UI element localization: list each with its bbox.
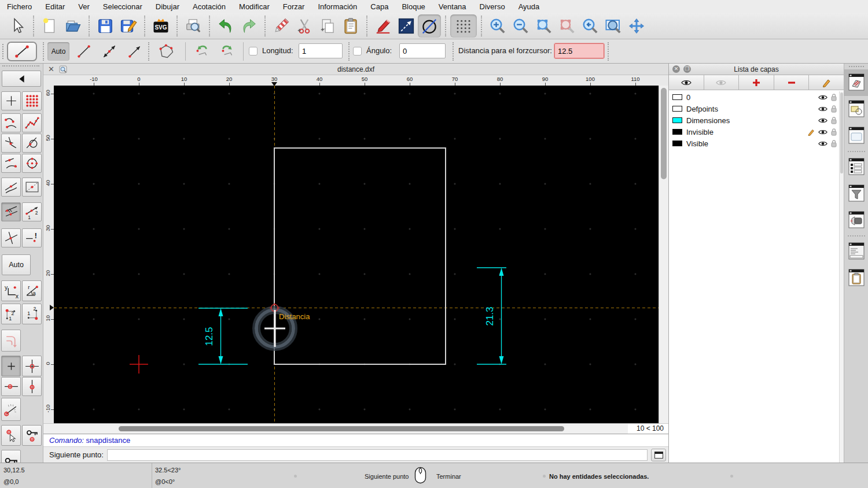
show-all-layers-button[interactable] <box>669 75 704 90</box>
layer-row-visible[interactable]: Visible <box>669 138 839 149</box>
zoom-pan-button[interactable] <box>625 14 648 38</box>
layer-visible-icon[interactable] <box>818 117 827 124</box>
grid-toggle[interactable] <box>450 14 477 38</box>
menu-dibujar[interactable]: Dibujar <box>156 2 179 11</box>
detach-command-line-button[interactable] <box>651 449 666 461</box>
snap-distance-manual-button[interactable] <box>1 202 21 221</box>
restrict-horizontal-button[interactable] <box>1 377 21 396</box>
zoom-out-button[interactable] <box>509 14 532 38</box>
restrict-xy-button[interactable] <box>22 356 42 376</box>
widget-layer-list-button[interactable] <box>844 69 868 96</box>
vertical-scrollbar[interactable] <box>659 86 668 423</box>
line-both-directions-button[interactable] <box>98 42 120 61</box>
widget-clipboard-button[interactable] <box>844 265 868 291</box>
menu-modificar[interactable]: Modificar <box>239 2 270 11</box>
widget-block-list-button[interactable] <box>844 96 868 123</box>
menu-forzar[interactable]: Forzar <box>283 2 305 11</box>
layer-visible-icon[interactable] <box>818 141 827 147</box>
layer-row-invisible[interactable]: Invisible <box>669 126 839 138</box>
widget-command-line-button[interactable] <box>844 238 868 265</box>
menu-fichero[interactable]: Fichero <box>7 2 32 11</box>
snap-free-button[interactable] <box>1 91 21 110</box>
menu-ventana[interactable]: Ventana <box>439 2 466 11</box>
restrict-vertical-button[interactable] <box>22 377 42 396</box>
svg-export-button[interactable]: SVG <box>149 14 172 38</box>
line-2points-button[interactable] <box>73 42 95 61</box>
menu-informacion[interactable]: Información <box>318 2 357 11</box>
draft-preview-button[interactable] <box>395 14 418 38</box>
detach-panel-button[interactable]: ❐ <box>683 65 691 73</box>
delete-tool-button[interactable] <box>270 14 293 38</box>
widget-property-editor-button[interactable] <box>844 154 868 180</box>
close-panel-button[interactable]: ✕ <box>672 65 680 73</box>
zoom-in-button[interactable] <box>486 14 509 38</box>
snap-distance-input[interactable] <box>554 43 604 58</box>
paste-button[interactable] <box>339 14 362 38</box>
zoom-selection-button[interactable] <box>556 14 579 38</box>
draw-pen-button[interactable] <box>372 14 395 38</box>
command-input[interactable] <box>107 449 648 461</box>
layer-visible-icon[interactable] <box>818 106 827 112</box>
menu-seleccionar[interactable]: Seleccionar <box>103 2 142 11</box>
menu-ver[interactable]: Ver <box>78 2 90 11</box>
layer-row-dimensiones[interactable]: Dimensiones <box>669 114 839 126</box>
copy-button[interactable] <box>316 14 339 38</box>
restrict-nothing-button[interactable] <box>1 356 21 376</box>
layer-lock-icon[interactable] <box>831 128 837 136</box>
menu-capa[interactable]: Capa <box>370 2 388 11</box>
snap-intersection-manual-button[interactable]: ! <box>22 228 42 247</box>
corner-snap-2-button[interactable]: 12 <box>22 304 42 324</box>
coordinate-polar-button[interactable]: ra <box>22 280 42 301</box>
undo-button[interactable] <box>214 14 237 38</box>
print-preview-button[interactable] <box>182 14 205 38</box>
layer-lock-icon[interactable] <box>831 94 837 101</box>
layer-row-0[interactable]: 0 <box>669 91 839 103</box>
menu-bloque[interactable]: Bloque <box>402 2 425 11</box>
menu-editar[interactable]: Editar <box>45 2 65 11</box>
horizontal-scrollbar-thumb[interactable] <box>119 426 564 431</box>
pointer-tool-button[interactable] <box>6 14 29 38</box>
polyline-button[interactable] <box>154 42 179 61</box>
layer-lock-icon[interactable] <box>831 140 837 147</box>
panel-scrollbar[interactable] <box>839 91 844 463</box>
snap-bounding-box-button[interactable] <box>22 178 42 197</box>
redo-segment-button[interactable] <box>216 42 238 61</box>
widget-library-browser-button[interactable] <box>844 123 868 149</box>
redo-button[interactable] <box>237 14 260 38</box>
rectangle-entity[interactable] <box>274 148 446 364</box>
corner-snap-1-button[interactable]: 12 <box>1 304 21 324</box>
horizontal-scrollbar[interactable]: 10 < 100 <box>43 423 668 434</box>
snap-intersection-button[interactable] <box>1 228 21 247</box>
layer-visible-icon[interactable] <box>818 129 827 135</box>
widget-command-options-button[interactable] <box>844 207 868 234</box>
snap-tangential-button[interactable] <box>22 134 42 153</box>
new-file-button[interactable] <box>38 14 61 38</box>
drawing-canvas[interactable]: 12.5 21.3 <box>54 86 659 423</box>
length-checkbox[interactable] <box>249 47 258 56</box>
snap-endpoints-button[interactable] <box>1 113 21 132</box>
line-auto-button[interactable]: Auto <box>47 42 69 61</box>
angle-checkbox[interactable] <box>353 47 362 56</box>
snap-distance-button[interactable]: 12 <box>22 202 42 221</box>
snap-reference-button[interactable] <box>1 154 21 173</box>
ray-button[interactable] <box>124 42 146 61</box>
lock-relative-zero-button[interactable] <box>22 425 42 446</box>
menu-acotacion[interactable]: Acotación <box>193 2 226 11</box>
current-tool-line[interactable] <box>7 42 37 61</box>
zoom-window-button[interactable] <box>602 14 625 38</box>
snap-center-button[interactable] <box>22 154 42 173</box>
layer-lock-icon[interactable] <box>831 105 837 113</box>
snap-on-entity-button[interactable] <box>22 113 42 132</box>
restrict-orthogonal-button[interactable] <box>1 330 21 352</box>
layer-lock-icon[interactable] <box>831 117 837 124</box>
vertical-scrollbar-thumb[interactable] <box>661 88 667 179</box>
length-input[interactable] <box>299 43 343 58</box>
snap-grid-button[interactable] <box>22 91 42 110</box>
layer-row-defpoints[interactable]: Defpoints <box>669 103 839 114</box>
edit-layer-button[interactable] <box>809 75 844 90</box>
zoom-previous-button[interactable] <box>579 14 602 38</box>
hide-all-layers-button[interactable] <box>704 75 740 90</box>
snap-perpendicular-button[interactable] <box>1 134 21 153</box>
add-layer-button[interactable] <box>739 75 774 90</box>
zoom-auto-button[interactable] <box>532 14 556 38</box>
